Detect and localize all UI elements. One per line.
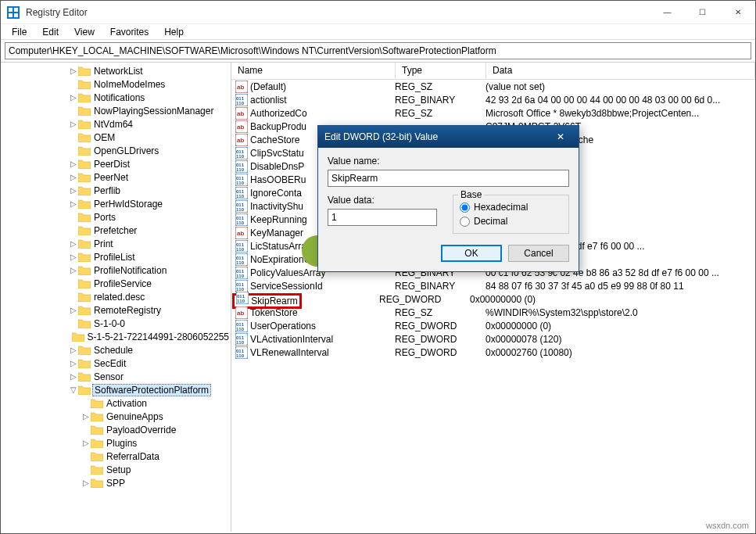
svg-text:ab: ab [237, 84, 244, 91]
tree-item[interactable]: ▷ Perflib [1, 184, 231, 197]
svg-text:ab: ab [237, 124, 244, 131]
svg-text:110: 110 [236, 167, 245, 172]
tree-item[interactable]: NowPlayingSessionManager [1, 104, 231, 117]
value-row[interactable]: ab AuthorizedCo REG_SZ Microsoft Office … [231, 106, 755, 120]
ok-button[interactable]: OK [441, 245, 502, 262]
tree-item-label: NoImeModeImes [92, 79, 167, 90]
value-icon: 011110 [235, 267, 249, 279]
menu-file[interactable]: File [5, 25, 33, 39]
tree-item[interactable]: ▷ SecEdit [1, 357, 231, 370]
expand-icon[interactable]: ▷ [68, 199, 78, 208]
menu-help[interactable]: Help [158, 25, 190, 39]
tree-item[interactable]: Ports [1, 210, 231, 224]
tree-item-label: OpenGLDrivers [92, 145, 160, 156]
tree-item[interactable]: ▷ Print [1, 237, 231, 250]
folder-icon [91, 438, 103, 448]
values-header: Name Type Data [231, 63, 755, 80]
expand-icon[interactable]: ▷ [81, 412, 91, 421]
tree-item-label: NowPlayingSessionManager [92, 106, 215, 116]
expand-icon[interactable]: ▷ [68, 306, 78, 314]
maximize-button[interactable]: ☐ [685, 1, 720, 24]
dec-radio[interactable] [460, 217, 470, 227]
value-row[interactable]: ab (Default) REG_SZ (value not set) [231, 80, 755, 93]
menu-favorites[interactable]: Favorites [104, 25, 155, 39]
expand-icon[interactable]: ▷ [68, 66, 78, 75]
tree-item[interactable]: S-1-0-0 [1, 317, 231, 330]
tree-item[interactable]: ▷ SPP [1, 476, 231, 489]
tree-item[interactable]: ▷ GenuineApps [1, 410, 231, 423]
folder-icon [91, 398, 103, 408]
tree-item[interactable]: ▷ Plugins [1, 436, 231, 450]
expand-icon[interactable]: ▷ [68, 359, 78, 367]
registry-tree[interactable]: ▷ NetworkList NoImeModeImes ▷ Notificati… [1, 63, 231, 532]
svg-text:110: 110 [236, 327, 245, 332]
tree-item[interactable]: ▷ Sensor [1, 370, 231, 383]
tree-item[interactable]: PayloadOverride [1, 423, 231, 436]
value-icon: 011110 [235, 213, 249, 226]
tree-item[interactable]: OEM [1, 131, 231, 144]
value-row[interactable]: 011110 VLActivationInterval REG_DWORD 0x… [231, 332, 755, 346]
value-row[interactable]: 011110 ServiceSessionId REG_BINARY 84 88… [231, 279, 755, 292]
tree-item[interactable]: Activation [1, 396, 231, 410]
dialog-close-button[interactable]: ✕ [549, 128, 572, 145]
value-row[interactable]: 011110 actionlist REG_BINARY 42 93 2d 6a… [231, 93, 755, 106]
tree-item[interactable]: ReferralData [1, 450, 231, 463]
tree-item[interactable]: S-1-5-21-722144991-2806052255 [1, 330, 231, 343]
tree-item[interactable]: ▷ Schedule [1, 343, 231, 357]
hex-radio[interactable] [460, 202, 470, 213]
svg-text:ab: ab [237, 137, 244, 144]
value-data-input[interactable] [328, 209, 437, 226]
tree-item[interactable]: related.desc [1, 290, 231, 303]
expand-icon[interactable]: ▷ [68, 253, 78, 261]
expand-icon[interactable]: ▷ [81, 478, 91, 487]
expand-icon[interactable]: ▷ [68, 346, 78, 354]
value-row[interactable]: 011110 UserOperations REG_DWORD 0x000000… [231, 319, 755, 332]
tree-item[interactable]: ▷ NtVdm64 [1, 117, 231, 131]
tree-item[interactable]: NoImeModeImes [1, 77, 231, 91]
tree-item[interactable]: ▷ PeerDist [1, 157, 231, 170]
expand-icon[interactable]: ▷ [81, 439, 91, 447]
tree-item[interactable]: ▷ NetworkList [1, 64, 231, 77]
tree-item[interactable]: Setup [1, 463, 231, 476]
tree-item[interactable]: ProfileService [1, 277, 231, 290]
expand-icon[interactable]: ▷ [68, 266, 78, 274]
tree-item[interactable]: ▷ ProfileNotification [1, 263, 231, 277]
tree-item[interactable]: ▷ ProfileList [1, 250, 231, 263]
expand-icon[interactable]: ▷ [68, 159, 78, 168]
value-row[interactable]: 011110 VLRenewalInterval REG_DWORD 0x000… [231, 346, 755, 359]
tree-item[interactable]: ▷ PeerNet [1, 170, 231, 184]
column-name[interactable]: Name [231, 63, 396, 79]
folder-icon [91, 464, 103, 475]
expand-icon[interactable]: ▷ [68, 239, 78, 248]
value-icon: 011110 [235, 147, 249, 159]
value-type: REG_DWORD [395, 321, 485, 332]
expand-icon[interactable]: ▷ [68, 120, 78, 128]
value-row[interactable]: ab TokenStore REG_SZ %WINDIR%\System32\s… [231, 306, 755, 319]
expand-icon[interactable]: ▷ [68, 93, 78, 102]
expand-icon[interactable]: ▷ [68, 173, 78, 181]
close-button[interactable]: ✕ [720, 1, 755, 24]
tree-item[interactable]: Prefetcher [1, 224, 231, 237]
tree-item[interactable]: ▽ SoftwareProtectionPlatform [1, 383, 231, 396]
value-name-input[interactable] [328, 170, 569, 187]
svg-text:110: 110 [236, 220, 245, 225]
tree-item[interactable]: OpenGLDrivers [1, 144, 231, 157]
address-bar[interactable]: Computer\HKEY_LOCAL_MACHINE\SOFTWARE\Mic… [5, 42, 751, 59]
cancel-button[interactable]: Cancel [508, 245, 569, 262]
tree-item[interactable]: ▷ PerHwIdStorage [1, 197, 231, 210]
dec-label: Decimal [474, 216, 507, 227]
menu-view[interactable]: View [68, 25, 101, 39]
tree-item[interactable]: ▷ Notifications [1, 91, 231, 104]
value-row[interactable]: 011110 SkipRearm REG_DWORD 0x00000000 (0… [231, 292, 755, 306]
column-type[interactable]: Type [396, 63, 486, 79]
dialog-titlebar[interactable]: Edit DWORD (32-bit) Value ✕ [318, 126, 579, 148]
minimize-button[interactable]: — [650, 1, 685, 24]
menu-edit[interactable]: Edit [36, 25, 65, 39]
expand-icon[interactable]: ▷ [68, 372, 78, 381]
folder-icon [78, 92, 91, 102]
expand-icon[interactable]: ▽ [68, 385, 78, 394]
tree-item[interactable]: ▷ RemoteRegistry [1, 303, 231, 317]
expand-icon[interactable]: ▷ [68, 186, 78, 195]
column-data[interactable]: Data [486, 63, 755, 79]
value-data: 84 88 07 f6 30 37 3f 45 a0 d5 e9 99 88 0… [485, 281, 755, 292]
